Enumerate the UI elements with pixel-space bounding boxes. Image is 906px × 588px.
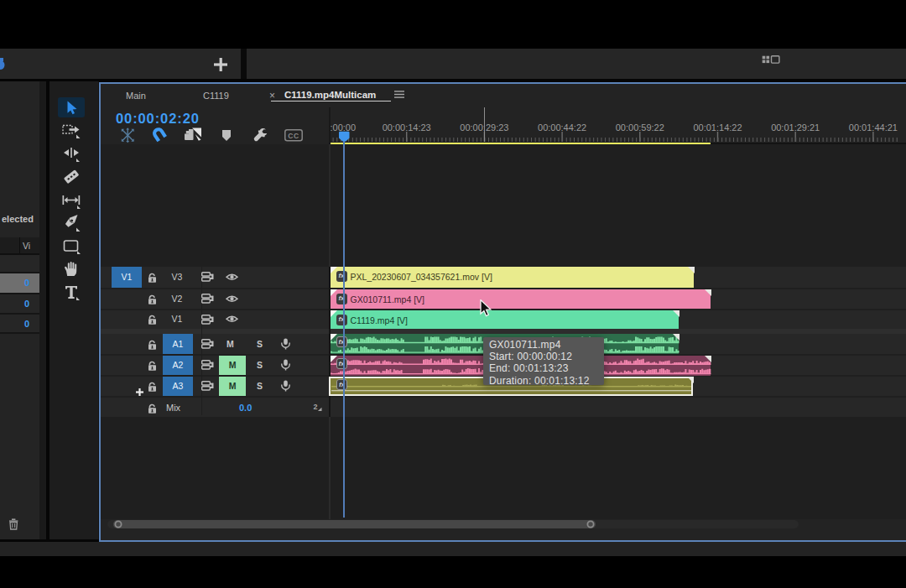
svg-text:2: 2 xyxy=(314,403,318,411)
svg-text:00:00:14:23: 00:00:14:23 xyxy=(383,122,431,133)
svg-text:00:01:29:21: 00:01:29:21 xyxy=(771,122,820,133)
svg-text:00:01:14:22: 00:01:14:22 xyxy=(693,122,742,133)
svg-text:00:01:44:21: 00:01:44:21 xyxy=(849,122,898,133)
svg-text:00:00:44:22: 00:00:44:22 xyxy=(538,122,586,133)
svg-text:CC: CC xyxy=(288,132,299,140)
svg-text:00:00:59:22: 00:00:59:22 xyxy=(616,122,664,133)
